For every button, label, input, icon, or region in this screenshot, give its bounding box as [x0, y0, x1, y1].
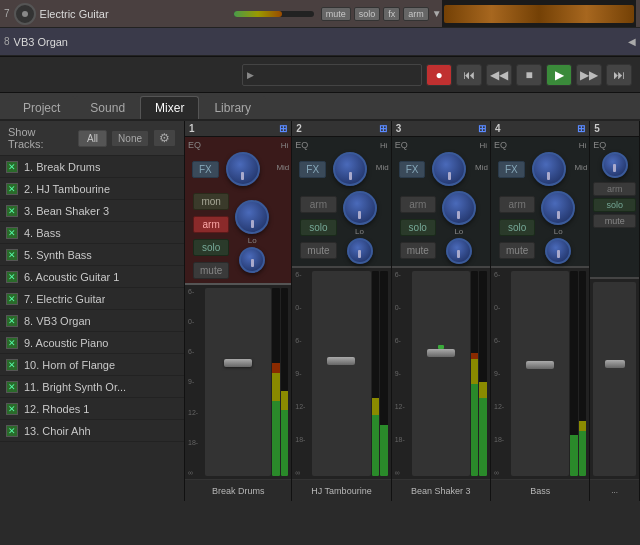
- track-list-item-8[interactable]: ✕8. VB3 Organ: [0, 310, 184, 332]
- track-volume-slider-7[interactable]: [234, 11, 314, 17]
- track-checkbox-6[interactable]: ✕: [6, 271, 18, 283]
- tab-library[interactable]: Library: [199, 96, 266, 119]
- fader-handle-3[interactable]: [427, 349, 455, 357]
- track-list-item-10[interactable]: ✕10. Horn of Flange: [0, 354, 184, 376]
- record-button[interactable]: ●: [426, 64, 452, 86]
- mute-button-ch4[interactable]: mute: [499, 242, 535, 259]
- eq-mid-knob-4[interactable]: [541, 191, 575, 225]
- channel-1: 1 ⊞ EQ Hi FX Mid mon arm solo: [185, 121, 292, 501]
- vb3-arrow[interactable]: ◀: [628, 36, 636, 47]
- arm-button-ch5[interactable]: arm: [593, 182, 636, 196]
- track-checkbox-11[interactable]: ✕: [6, 381, 18, 393]
- mon-button-1[interactable]: mon: [193, 193, 229, 210]
- solo-button-ch5[interactable]: solo: [593, 198, 636, 212]
- left-panel: Show Tracks: All None ⚙ ✕1. Break Drums✕…: [0, 121, 185, 501]
- track-list-item-5[interactable]: ✕5. Synth Bass: [0, 244, 184, 266]
- solo-button-7[interactable]: solo: [354, 7, 381, 21]
- track-list-item-3[interactable]: ✕3. Bean Shaker 3: [0, 200, 184, 222]
- eq-lo-knob-3[interactable]: [446, 238, 472, 264]
- show-tracks-header: Show Tracks: All None ⚙: [0, 121, 184, 156]
- solo-button-ch4[interactable]: solo: [499, 219, 535, 236]
- mute-button-ch5[interactable]: mute: [593, 214, 636, 228]
- arm-button-ch3[interactable]: arm: [400, 196, 436, 213]
- track-checkbox-8[interactable]: ✕: [6, 315, 18, 327]
- forward-button[interactable]: ▶▶: [576, 64, 602, 86]
- track-list-item-13[interactable]: ✕13. Choir Ahh: [0, 420, 184, 442]
- fx-button-ch2[interactable]: FX: [299, 161, 326, 178]
- to-start-button[interactable]: ⏮: [456, 64, 482, 86]
- grid-icon-3[interactable]: ⊞: [478, 123, 486, 134]
- to-end-button[interactable]: ⏭: [606, 64, 632, 86]
- fx-button-7[interactable]: fx: [383, 7, 400, 21]
- mute-button-ch2[interactable]: mute: [300, 242, 336, 259]
- fx-button-ch3[interactable]: FX: [399, 161, 426, 178]
- eq-lo-knob-1[interactable]: [239, 247, 265, 273]
- fader-area-3: 6- 0- 6- 9- 12- 18- ∞: [392, 266, 490, 479]
- arm-button-7[interactable]: arm: [403, 7, 429, 21]
- fx-button-ch4[interactable]: FX: [498, 161, 525, 178]
- grid-icon-4[interactable]: ⊞: [577, 123, 585, 134]
- track-checkbox-10[interactable]: ✕: [6, 359, 18, 371]
- track-list-item-1[interactable]: ✕1. Break Drums: [0, 156, 184, 178]
- stop-button[interactable]: ■: [516, 64, 542, 86]
- tab-mixer[interactable]: Mixer: [140, 96, 199, 119]
- fader-handle-2[interactable]: [327, 357, 355, 365]
- fader-area-4: 6- 0- 6- 9- 12- 18- ∞: [491, 266, 589, 479]
- fader-handle-5[interactable]: [605, 360, 625, 368]
- track-list-item-9[interactable]: ✕9. Acoustic Piano: [0, 332, 184, 354]
- track-checkbox-12[interactable]: ✕: [6, 403, 18, 415]
- track-icon-7: [14, 3, 36, 25]
- track-checkbox-7[interactable]: ✕: [6, 293, 18, 305]
- play-button[interactable]: ▶: [546, 64, 572, 86]
- dropdown-arrow-7[interactable]: ▼: [432, 8, 442, 19]
- eq-lo-knob-4[interactable]: [545, 238, 571, 264]
- track-checkbox-9[interactable]: ✕: [6, 337, 18, 349]
- track-list-item-7[interactable]: ✕7. Electric Guitar: [0, 288, 184, 310]
- tab-sound[interactable]: Sound: [75, 96, 140, 119]
- grid-icon-1[interactable]: ⊞: [279, 123, 287, 134]
- grid-icon-2[interactable]: ⊞: [379, 123, 387, 134]
- eq-knob-5[interactable]: [602, 152, 628, 178]
- solo-button-ch3[interactable]: solo: [400, 219, 436, 236]
- track-list-item-2[interactable]: ✕2. HJ Tambourine: [0, 178, 184, 200]
- track-list-item-12[interactable]: ✕12. Rhodes 1: [0, 398, 184, 420]
- eq-mid-knob-2[interactable]: [343, 191, 377, 225]
- gear-button[interactable]: ⚙: [153, 129, 176, 147]
- track-item-name-13: 13. Choir Ahh: [24, 425, 91, 437]
- eq-hi-knob-2[interactable]: [333, 152, 367, 186]
- rewind-button[interactable]: ◀◀: [486, 64, 512, 86]
- fader-handle-1[interactable]: [224, 359, 252, 367]
- track-list-item-4[interactable]: ✕4. Bass: [0, 222, 184, 244]
- track-checkbox-13[interactable]: ✕: [6, 425, 18, 437]
- track-checkbox-2[interactable]: ✕: [6, 183, 18, 195]
- track-checkbox-3[interactable]: ✕: [6, 205, 18, 217]
- track-checkbox-4[interactable]: ✕: [6, 227, 18, 239]
- arm-button-ch2[interactable]: arm: [300, 196, 336, 213]
- arm-button-ch1[interactable]: arm: [193, 216, 229, 233]
- solo-button-ch1[interactable]: solo: [193, 239, 229, 256]
- solo-button-ch2[interactable]: solo: [300, 219, 336, 236]
- track-checkbox-5[interactable]: ✕: [6, 249, 18, 261]
- fader-handle-4[interactable]: [526, 361, 554, 369]
- eq-mid-knob-1[interactable]: [235, 200, 269, 234]
- track-list-item-6[interactable]: ✕6. Acoustic Guitar 1: [0, 266, 184, 288]
- arm-button-ch4[interactable]: arm: [499, 196, 535, 213]
- eq-mid-knob-3[interactable]: [442, 191, 476, 225]
- fader-track-1: [205, 288, 271, 476]
- track-checkbox-1[interactable]: ✕: [6, 161, 18, 173]
- channel-num-2: 2 ⊞: [292, 121, 390, 137]
- fx-button-ch1[interactable]: FX: [192, 161, 219, 178]
- mute-button-7[interactable]: mute: [321, 7, 351, 21]
- track-list-item-11[interactable]: ✕11. Bright Synth Or...: [0, 376, 184, 398]
- none-button[interactable]: None: [111, 130, 149, 147]
- tab-project[interactable]: Project: [8, 96, 75, 119]
- eq-lo-knob-2[interactable]: [347, 238, 373, 264]
- eq-hi-knob-1[interactable]: [226, 152, 260, 186]
- track-item-name-7: 7. Electric Guitar: [24, 293, 105, 305]
- eq-hi-knob-4[interactable]: [532, 152, 566, 186]
- mute-button-ch1[interactable]: mute: [193, 262, 229, 279]
- eq-hi-knob-3[interactable]: [432, 152, 466, 186]
- track-list: ✕1. Break Drums✕2. HJ Tambourine✕3. Bean…: [0, 156, 184, 442]
- all-button[interactable]: All: [78, 130, 107, 147]
- mute-button-ch3[interactable]: mute: [400, 242, 436, 259]
